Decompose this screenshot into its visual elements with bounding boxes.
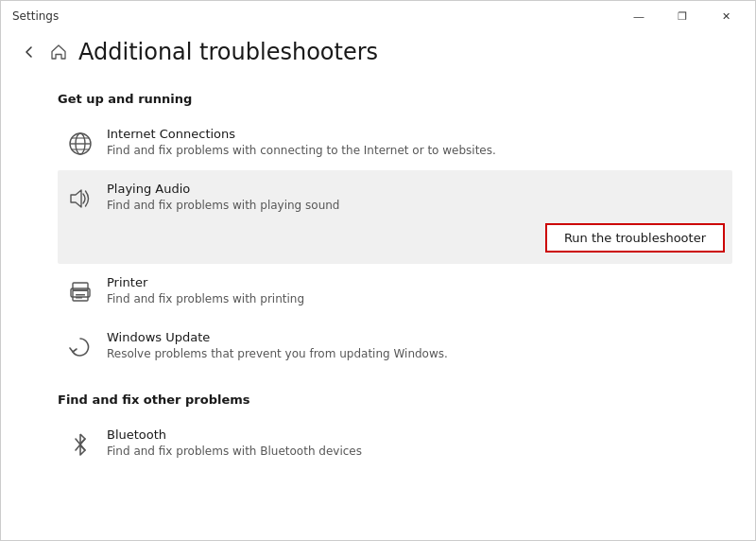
playing-audio-main: Playing Audio Find and fix problems with… xyxy=(65,182,725,214)
printer-name: Printer xyxy=(107,275,725,289)
home-icon xyxy=(50,44,67,61)
run-btn-row: Run the troubleshooter xyxy=(65,214,725,256)
windows-update-text: Windows Update Resolve problems that pre… xyxy=(107,330,725,362)
printer-icon xyxy=(65,277,95,307)
internet-connections-icon xyxy=(65,129,95,159)
troubleshooter-item-bluetooth[interactable]: Bluetooth Find and fix problems with Blu… xyxy=(58,416,732,471)
title-bar-left: Settings xyxy=(12,9,59,23)
close-button[interactable]: ✕ xyxy=(704,1,747,31)
svg-marker-5 xyxy=(71,190,81,207)
playing-audio-name: Playing Audio xyxy=(107,182,725,196)
section-label-find-fix-other: Find and fix other problems xyxy=(58,393,732,407)
printer-desc: Find and fix problems with printing xyxy=(107,291,725,307)
back-icon xyxy=(24,46,35,58)
internet-connections-name: Internet Connections xyxy=(107,127,725,141)
troubleshooter-item-printer[interactable]: Printer Find and fix problems with print… xyxy=(58,264,732,319)
run-troubleshooter-button[interactable]: Run the troubleshooter xyxy=(545,223,725,253)
playing-audio-icon xyxy=(65,183,95,214)
troubleshooter-item-playing-audio[interactable]: Playing Audio Find and fix problems with… xyxy=(58,170,732,264)
bluetooth-name: Bluetooth xyxy=(107,428,725,442)
minimize-button[interactable]: — xyxy=(617,1,661,31)
back-button[interactable] xyxy=(16,39,43,65)
title-bar-title: Settings xyxy=(12,9,59,23)
troubleshooter-item-windows-update[interactable]: Windows Update Resolve problems that pre… xyxy=(58,319,732,374)
svg-rect-6 xyxy=(73,283,88,290)
playing-audio-desc: Find and fix problems with playing sound xyxy=(107,198,725,214)
bluetooth-icon xyxy=(65,429,95,460)
internet-connections-text: Internet Connections Find and fix proble… xyxy=(107,127,725,159)
troubleshooter-item-internet-connections[interactable]: Internet Connections Find and fix proble… xyxy=(58,115,732,170)
section-label-get-up-running: Get up and running xyxy=(58,92,732,106)
bluetooth-text: Bluetooth Find and fix problems with Blu… xyxy=(107,428,725,460)
page-title: Additional troubleshooters xyxy=(78,39,378,65)
page-header: Additional troubleshooters xyxy=(1,31,755,69)
maximize-button[interactable]: ❐ xyxy=(661,1,704,31)
title-bar: Settings — ❐ ✕ xyxy=(1,1,755,31)
windows-update-icon xyxy=(65,332,95,362)
playing-audio-text: Playing Audio Find and fix problems with… xyxy=(107,182,725,214)
settings-window: Settings — ❐ ✕ Additional troubleshooter… xyxy=(0,0,756,541)
printer-text: Printer Find and fix problems with print… xyxy=(107,275,725,307)
svg-rect-8 xyxy=(76,294,85,296)
content-area: Get up and running Internet Connections … xyxy=(1,69,755,540)
title-bar-controls: — ❐ ✕ xyxy=(617,1,747,31)
windows-update-name: Windows Update xyxy=(107,330,725,344)
windows-update-desc: Resolve problems that prevent you from u… xyxy=(107,346,725,362)
internet-connections-desc: Find and fix problems with connecting to… xyxy=(107,143,725,159)
bluetooth-desc: Find and fix problems with Bluetooth dev… xyxy=(107,444,725,460)
